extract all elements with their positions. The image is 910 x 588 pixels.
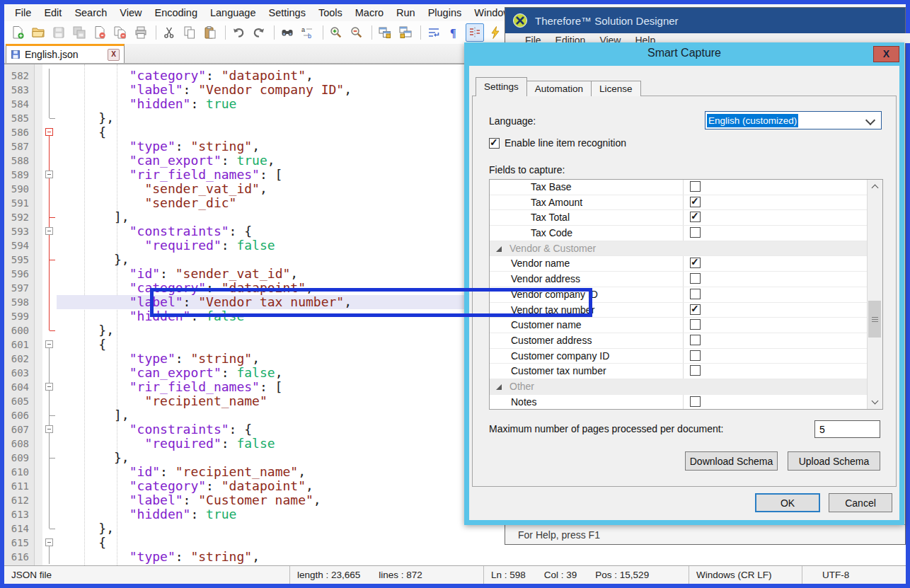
code-text[interactable]: "can_export": false, <box>57 366 282 380</box>
fold-margin-cell[interactable] <box>42 536 57 550</box>
code-text[interactable]: { <box>57 536 106 550</box>
dialog-close-button[interactable]: X <box>873 46 899 62</box>
save-icon[interactable] <box>50 23 68 42</box>
fold-margin-cell[interactable] <box>42 380 57 394</box>
scroll-down-button[interactable] <box>868 396 882 409</box>
code-text[interactable]: "id": "sender_vat_id", <box>57 267 298 281</box>
scrollbar-thumb[interactable] <box>868 301 881 338</box>
code-text[interactable]: "rir_field_names": [ <box>57 168 282 182</box>
new-file-icon[interactable] <box>8 23 27 42</box>
tab-settings[interactable]: Settings <box>476 77 527 96</box>
field-checkbox[interactable] <box>690 227 701 238</box>
upload-schema-button[interactable]: Upload Schema <box>788 451 880 471</box>
field-row[interactable]: Tax Base <box>490 180 882 195</box>
fold-margin-cell[interactable] <box>42 338 57 352</box>
tab-license[interactable]: License <box>591 81 641 96</box>
field-checkbox[interactable] <box>690 365 701 376</box>
tab-automation[interactable]: Automation <box>526 81 592 96</box>
print-icon[interactable] <box>132 23 150 42</box>
menu-item-encoding[interactable]: Encoding <box>149 4 204 21</box>
group-expanded-icon[interactable] <box>496 246 502 252</box>
menu-item-file[interactable]: File <box>8 4 38 21</box>
field-row[interactable]: Vendor address <box>490 272 882 287</box>
group-expanded-icon[interactable] <box>496 384 502 390</box>
code-text[interactable]: "constraints": { <box>57 422 252 437</box>
field-row[interactable]: Customer name <box>490 318 882 333</box>
language-dropdown[interactable]: English (customized) <box>705 111 882 129</box>
cut-icon[interactable] <box>160 23 178 42</box>
therefore-menu-item-edition[interactable]: Edition <box>555 33 586 43</box>
code-text[interactable]: "can_export": true, <box>57 154 275 168</box>
sync-vertical-scroll-icon[interactable] <box>376 23 394 42</box>
code-text[interactable]: "category": "datapoint", <box>57 479 313 493</box>
field-row[interactable]: Tax Amount <box>490 195 882 211</box>
code-text[interactable]: }, <box>57 323 114 338</box>
code-text[interactable]: "sender_dic" <box>57 196 236 210</box>
close-all-icon[interactable] <box>111 23 129 42</box>
field-checkbox[interactable] <box>690 181 701 192</box>
menu-item-search[interactable]: Search <box>68 4 113 21</box>
max-pages-input[interactable] <box>814 420 880 438</box>
field-checkbox[interactable] <box>690 197 701 207</box>
cancel-button[interactable]: Cancel <box>829 493 892 512</box>
therefore-menu-item-view[interactable]: View <box>599 33 621 43</box>
zoom-in-icon[interactable] <box>327 23 345 42</box>
list-vertical-scrollbar[interactable] <box>867 180 882 409</box>
code-text[interactable]: "hidden": true <box>57 97 236 111</box>
find-icon[interactable] <box>278 23 296 42</box>
field-checkbox[interactable] <box>690 304 701 315</box>
redo-icon[interactable] <box>250 23 268 42</box>
code-text[interactable]: ], <box>57 408 129 422</box>
fold-margin-cell[interactable] <box>42 168 57 182</box>
code-text[interactable]: "type": "string", <box>57 352 260 366</box>
tab-close-icon[interactable]: X <box>108 49 120 61</box>
fold-margin-cell[interactable] <box>42 422 57 437</box>
code-text[interactable]: "hidden": true <box>57 507 236 521</box>
code-text[interactable]: "constraints": { <box>57 224 252 238</box>
therefore-menu-item-help[interactable]: Help <box>635 33 655 43</box>
code-text[interactable]: "category": "datapoint", <box>57 69 313 83</box>
menu-item-macro[interactable]: Macro <box>349 4 390 21</box>
field-row[interactable]: Notes <box>490 395 882 410</box>
field-checkbox[interactable] <box>690 212 701 222</box>
code-text[interactable]: }, <box>57 451 129 465</box>
ok-button[interactable]: OK <box>755 493 820 512</box>
fold-margin-cell[interactable] <box>42 125 57 139</box>
editor-line-616[interactable]: 616 "type": "string", <box>4 550 906 564</box>
replace-icon[interactable]: ab <box>299 23 317 42</box>
field-checkbox[interactable] <box>690 335 701 345</box>
copy-icon[interactable] <box>180 23 199 42</box>
menu-item-language[interactable]: Language <box>204 4 263 21</box>
tab-english-json[interactable]: English.json X <box>6 44 125 63</box>
scroll-up-button[interactable] <box>868 180 882 193</box>
fold-margin-cell[interactable] <box>42 224 57 238</box>
field-row[interactable]: Vendor name <box>490 256 882 272</box>
therefore-menu-item-file[interactable]: File <box>525 33 541 43</box>
code-text[interactable]: { <box>57 125 106 139</box>
open-file-icon[interactable] <box>29 23 47 42</box>
field-group-row[interactable]: Other <box>490 379 882 395</box>
undo-icon[interactable] <box>229 23 248 42</box>
code-text[interactable]: "recipient_name" <box>57 394 267 408</box>
macro-lightning-icon[interactable] <box>486 23 505 42</box>
menu-item-edit[interactable]: Edit <box>38 4 68 21</box>
enable-line-item-checkbox[interactable] <box>489 138 500 149</box>
code-text[interactable]: "type": "string", <box>57 139 260 154</box>
code-text[interactable]: "label": "Customer name", <box>57 493 321 507</box>
code-text[interactable]: "id": "recipient_name", <box>57 465 306 479</box>
code-text[interactable]: "sender_vat_id", <box>57 182 267 196</box>
code-text[interactable]: }, <box>57 111 114 125</box>
code-text[interactable]: "required": false <box>57 437 275 451</box>
menu-item-settings[interactable]: Settings <box>262 4 311 21</box>
field-row[interactable]: Tax Total <box>490 210 882 226</box>
field-checkbox[interactable] <box>690 273 701 284</box>
field-checkbox[interactable] <box>690 319 701 330</box>
menu-item-run[interactable]: Run <box>390 4 422 21</box>
field-row[interactable]: Customer tax number <box>490 364 882 379</box>
code-text[interactable]: }, <box>57 253 129 267</box>
code-text[interactable]: }, <box>57 521 114 536</box>
field-row[interactable]: Customer company ID <box>490 349 882 364</box>
code-text[interactable]: { <box>57 338 106 352</box>
download-schema-button[interactable]: Download Schema <box>685 451 778 471</box>
save-all-icon[interactable] <box>70 23 88 42</box>
